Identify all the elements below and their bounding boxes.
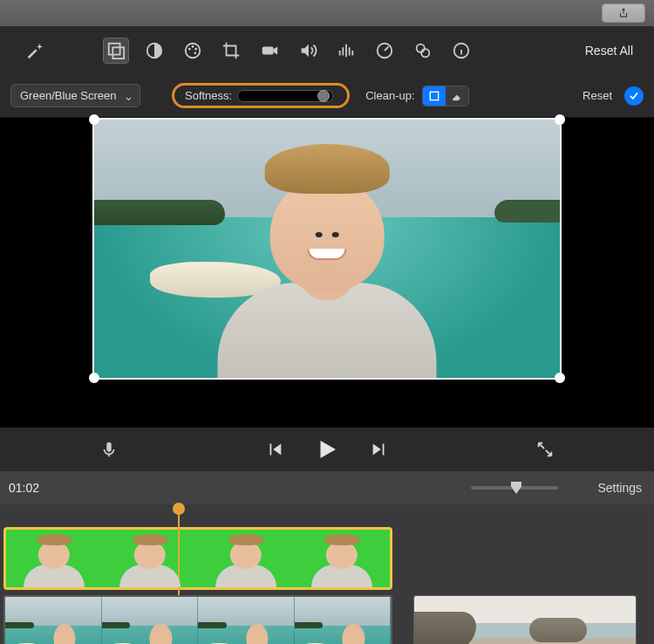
wand-icon xyxy=(24,41,44,60)
clip-thumbnail xyxy=(5,597,102,644)
clip-thumbnail-detail xyxy=(529,618,587,642)
timeline-settings-button[interactable]: Settings xyxy=(597,481,642,495)
svg-point-10 xyxy=(417,44,425,51)
microphone-icon xyxy=(99,440,119,459)
foreground-person xyxy=(196,151,457,378)
camera-icon xyxy=(260,41,279,60)
skip-forward-icon xyxy=(370,440,389,459)
fullscreen-button[interactable] xyxy=(532,436,558,462)
checkmark-icon xyxy=(628,90,640,102)
clip-thumbnail xyxy=(6,530,102,587)
voiceover-button[interactable] xyxy=(96,436,122,462)
share-icon xyxy=(617,6,630,20)
clip-thumbnail xyxy=(198,530,294,587)
stabilization-button[interactable] xyxy=(256,38,283,64)
share-button[interactable] xyxy=(602,3,645,23)
resize-handle-bottom-right[interactable] xyxy=(555,373,565,383)
background-island-right xyxy=(494,200,560,223)
softness-slider[interactable] xyxy=(237,90,333,102)
noise-reduction-button[interactable] xyxy=(333,38,359,64)
timecode-display: 01:02 xyxy=(9,481,39,495)
softness-slider-thumb[interactable] xyxy=(317,90,330,102)
crop-button[interactable] xyxy=(218,38,244,64)
clip-thumbnail xyxy=(295,597,392,644)
svg-rect-1 xyxy=(112,47,124,58)
clip-thumbnail xyxy=(102,597,199,644)
info-icon xyxy=(452,41,471,60)
primary-clip-composite[interactable] xyxy=(3,595,392,644)
timeline-zoom-slider[interactable] xyxy=(471,486,558,490)
speedometer-icon xyxy=(375,41,394,60)
clip-thumbnail xyxy=(294,530,390,587)
clip-filter-button[interactable] xyxy=(410,38,436,64)
magic-wand-button[interactable] xyxy=(21,38,47,64)
overlay-clip-greenscreen[interactable] xyxy=(3,527,392,590)
crop-small-icon xyxy=(427,89,441,103)
equalizer-icon xyxy=(337,41,356,60)
skip-back-button[interactable] xyxy=(262,436,288,462)
svg-point-5 xyxy=(192,45,194,48)
play-icon xyxy=(314,436,340,462)
info-button[interactable] xyxy=(448,38,474,64)
preview-canvas[interactable] xyxy=(92,118,562,380)
inspector-toolbar: Reset All xyxy=(0,26,654,74)
cleanup-segmented-control[interactable] xyxy=(422,86,469,106)
softness-label: Softness: xyxy=(185,89,232,102)
play-button[interactable] xyxy=(314,436,340,462)
timeline-header: 01:02 Settings xyxy=(0,471,654,504)
clip-thumbnail xyxy=(102,530,198,587)
resize-handle-bottom-left[interactable] xyxy=(89,373,99,383)
svg-point-11 xyxy=(421,49,429,57)
resize-handle-top-left[interactable] xyxy=(89,114,99,125)
cleanup-erase-button[interactable] xyxy=(446,86,468,106)
apply-checkmark-button[interactable] xyxy=(624,86,644,106)
timeline[interactable] xyxy=(0,504,654,644)
svg-rect-14 xyxy=(106,442,112,452)
color-balance-button[interactable] xyxy=(141,38,167,64)
softness-control-highlight: Softness: xyxy=(172,83,350,108)
timeline-zoom-thumb[interactable] xyxy=(511,482,521,494)
overlay-button[interactable] xyxy=(103,38,129,64)
reset-button[interactable]: Reset xyxy=(582,89,612,102)
volume-icon xyxy=(298,41,317,60)
resize-handle-top-right[interactable] xyxy=(555,114,565,125)
cleanup-group: Clean-up: xyxy=(365,86,468,106)
background-clip-beach[interactable] xyxy=(413,595,637,644)
window-titlebar xyxy=(0,0,654,26)
overlay-mode-dropdown[interactable]: Green/Blue Screen xyxy=(10,84,140,107)
color-correction-button[interactable] xyxy=(180,38,206,64)
overlay-icon xyxy=(106,41,126,60)
skip-forward-button[interactable] xyxy=(366,436,392,462)
cleanup-crop-button[interactable] xyxy=(423,86,446,106)
svg-rect-0 xyxy=(109,43,120,54)
speed-button[interactable] xyxy=(371,38,398,64)
reset-all-button[interactable]: Reset All xyxy=(585,44,633,58)
shapes-icon xyxy=(413,41,433,60)
skip-back-icon xyxy=(265,440,284,459)
overlay-controls: Green/Blue Screen ⌄ Softness: Clean-up: … xyxy=(0,74,654,118)
clip-thumbnail xyxy=(198,597,295,644)
svg-rect-13 xyxy=(430,92,438,99)
expand-icon xyxy=(535,440,555,459)
transport-controls xyxy=(0,428,654,471)
preview-viewer xyxy=(0,118,654,428)
contrast-icon xyxy=(145,41,164,60)
cleanup-label: Clean-up: xyxy=(365,89,414,102)
eraser-icon xyxy=(450,89,464,103)
clip-thumbnail-detail xyxy=(414,612,476,644)
svg-point-4 xyxy=(188,47,191,50)
palette-icon xyxy=(183,41,202,60)
svg-point-7 xyxy=(194,51,196,54)
svg-rect-8 xyxy=(262,46,274,54)
volume-button[interactable] xyxy=(295,38,321,64)
svg-point-6 xyxy=(194,47,197,50)
crop-icon xyxy=(221,41,241,60)
